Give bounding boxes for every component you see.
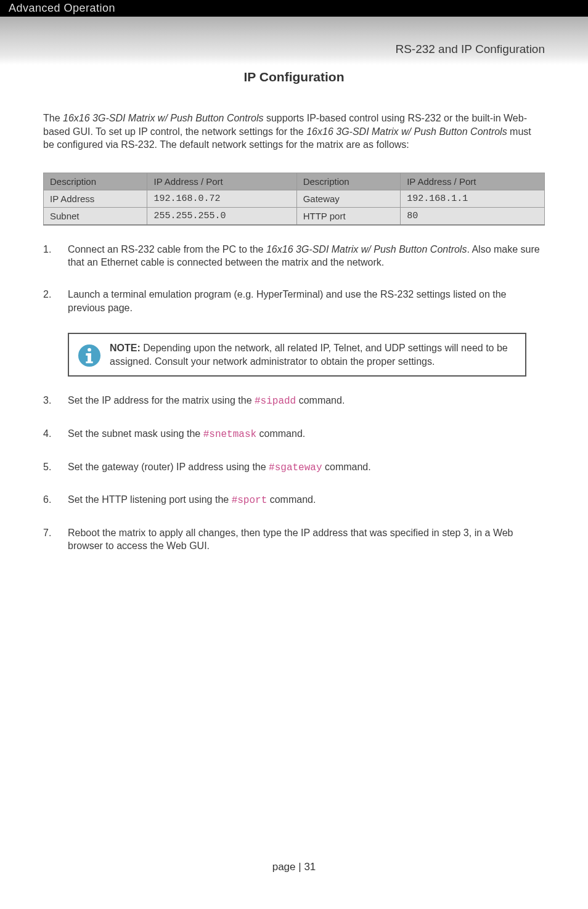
step-6: Set the HTTP listening port using the #s…: [43, 493, 545, 508]
step-product: 16x16 3G-SDI Matrix w/ Push Button Contr…: [266, 244, 467, 255]
table-row: Subnet 255.255.255.0 HTTP port 80: [44, 207, 545, 225]
step-text: Set the HTTP listening port using the: [68, 494, 232, 505]
step-text: Set the gateway (router) IP address usin…: [68, 462, 269, 472]
command-sipadd: #sipadd: [255, 396, 296, 407]
step-text: Reboot the matrix to apply all changes, …: [68, 526, 545, 553]
page-heading: IP Configuration: [43, 70, 545, 84]
cell-gateway-value: 192.168.1.1: [401, 190, 545, 207]
step-4: Set the subnet mask using the #snetmask …: [43, 427, 545, 442]
col-description-1: Description: [44, 173, 147, 190]
step-text: command.: [256, 428, 305, 439]
svg-rect-4: [86, 362, 92, 364]
note-box: NOTE: Depending upon the network, all re…: [68, 333, 526, 377]
command-sport: #sport: [232, 495, 267, 506]
col-description-2: Description: [296, 173, 400, 190]
header-title: Advanced Operation: [9, 2, 115, 14]
subtitle-band: RS-232 and IP Configuration: [0, 17, 588, 65]
note-label: NOTE:: [110, 343, 141, 353]
svg-rect-3: [86, 353, 91, 356]
intro-paragraph: The 16x16 3G-SDI Matrix w/ Push Button C…: [43, 112, 545, 152]
step-text: command.: [322, 462, 371, 472]
col-ip-1: IP Address / Port: [147, 173, 296, 190]
step-2: Launch a terminal emulation program (e.g…: [43, 288, 545, 314]
svg-point-1: [88, 348, 91, 352]
steps-list: Connect an RS-232 cable from the PC to t…: [43, 243, 545, 314]
step-7: Reboot the matrix to apply all changes, …: [43, 526, 545, 553]
command-snetmask: #snetmask: [203, 429, 256, 440]
step-text: Connect an RS-232 cable from the PC to t…: [68, 244, 266, 255]
table-row: IP Address 192.168.0.72 Gateway 192.168.…: [44, 190, 545, 207]
command-sgateway: #sgateway: [269, 462, 322, 473]
page-content: IP Configuration The 16x16 3G-SDI Matrix…: [0, 65, 588, 553]
intro-product-2: 16x16 3G-SDI Matrix w/ Push Button Contr…: [306, 126, 507, 137]
cell-gateway-label: Gateway: [296, 190, 400, 207]
step-text: Launch a terminal emulation program (e.g…: [68, 288, 545, 314]
cell-ip-address-label: IP Address: [44, 190, 147, 207]
step-3: Set the IP address for the matrix using …: [43, 394, 545, 409]
note-body: Depending upon the network, all related …: [110, 343, 508, 367]
page-footer: page | 31: [0, 861, 588, 873]
network-settings-table: Description IP Address / Port Descriptio…: [43, 173, 545, 226]
intro-product-1: 16x16 3G-SDI Matrix w/ Push Button Contr…: [63, 113, 263, 123]
section-subtitle: RS-232 and IP Configuration: [395, 43, 545, 56]
step-text: Set the subnet mask using the: [68, 428, 203, 439]
header-bar: Advanced Operation: [0, 0, 588, 17]
step-5: Set the gateway (router) IP address usin…: [43, 460, 545, 475]
step-1: Connect an RS-232 cable from the PC to t…: [43, 243, 545, 269]
cell-subnet-value: 255.255.255.0: [147, 207, 296, 225]
cell-http-value: 80: [401, 207, 545, 225]
info-icon: [78, 344, 101, 367]
step-text: command.: [296, 395, 345, 406]
note-text: NOTE: Depending upon the network, all re…: [110, 341, 515, 368]
cell-ip-address-value: 192.168.0.72: [147, 190, 296, 207]
steps-list-cont: Set the IP address for the matrix using …: [43, 394, 545, 553]
table-header-row: Description IP Address / Port Descriptio…: [44, 173, 545, 190]
cell-http-label: HTTP port: [296, 207, 400, 225]
cell-subnet-label: Subnet: [44, 207, 147, 225]
step-text: command.: [267, 494, 316, 505]
intro-text: The: [43, 113, 63, 123]
col-ip-2: IP Address / Port: [401, 173, 545, 190]
step-text: Set the IP address for the matrix using …: [68, 395, 255, 406]
